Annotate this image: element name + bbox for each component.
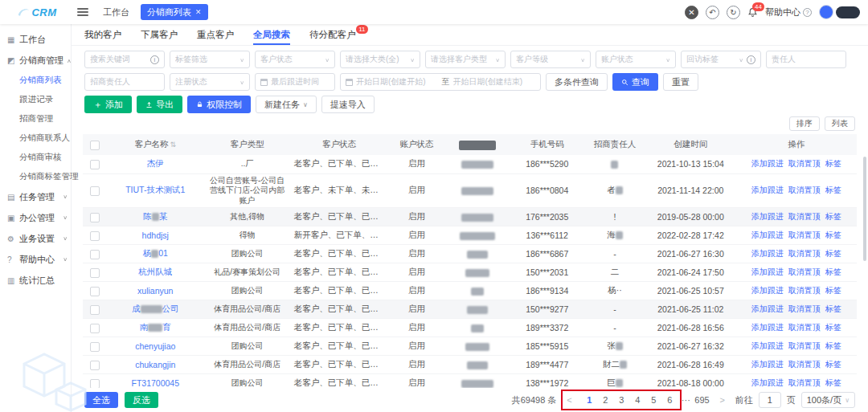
sidebar-subitem-分销商列表[interactable]: 分销商列表 <box>0 71 71 90</box>
filter-select-客户等级[interactable]: 客户等级∨ <box>510 51 591 68</box>
sidebar-item-帮助中心[interactable]: ?帮助中心∨ <box>0 249 71 270</box>
row-op-标签[interactable]: 标签 <box>825 230 841 239</box>
close-all-icon[interactable]: ✕ <box>685 6 698 19</box>
customer-name-link[interactable]: hdhdjsj <box>142 230 169 240</box>
row-op-取消置顶[interactable]: 取消置顶 <box>788 249 821 258</box>
row-op-标签[interactable]: 标签 <box>825 267 841 276</box>
sidebar-subitem-跟进记录[interactable]: 跟进记录 <box>0 90 71 109</box>
customer-name-link[interactable]: 杰伊 <box>147 158 164 168</box>
row-op-标签[interactable]: 标签 <box>825 286 841 295</box>
customer-name-link[interactable]: 陈某 <box>143 211 167 221</box>
filter-select-请选择客户类型[interactable]: 请选择客户类型∨ <box>425 51 506 68</box>
row-checkbox[interactable] <box>90 361 100 370</box>
tab-全局搜索[interactable]: 全局搜索 <box>253 24 290 45</box>
page-number-4[interactable]: 4 <box>630 395 645 405</box>
permission-control-button[interactable]: 权限控制 <box>187 96 251 113</box>
filter-input-招商责任人[interactable]: 招商责任人 <box>84 73 165 91</box>
page-size-select[interactable]: 100条/页 ∨ <box>801 392 855 408</box>
table-row[interactable]: 杭州队城 礼品/赛事策划公司 老客户、已下单、已复购 启用 150***2031… <box>83 263 857 282</box>
row-checkbox[interactable] <box>90 213 100 222</box>
row-op-取消置顶[interactable]: 取消置顶 <box>788 323 821 332</box>
row-op-标签[interactable]: 标签 <box>825 212 841 221</box>
row-checkbox[interactable] <box>90 379 100 388</box>
nav-tab-distributor-list[interactable]: 分销商列表 ✕ <box>141 4 208 20</box>
table-row[interactable]: chukangjin 体育用品公司/商店 老客户、已下单、已复购 启用 189*… <box>83 356 857 374</box>
help-center-link[interactable]: 帮助中心 ? <box>765 6 812 18</box>
row-op-标签[interactable]: 标签 <box>825 249 841 258</box>
table-row[interactable]: FT31700045 团购公司 老客户、已下单、已复购 启用 138***197… <box>83 374 857 389</box>
page-number-2[interactable]: 2 <box>598 395 612 405</box>
filter-select-账户状态[interactable]: 账户状态∨ <box>596 51 676 68</box>
row-op-添加跟进[interactable]: 添加跟进 <box>751 249 784 258</box>
sort-icon[interactable]: ⇅ <box>170 141 176 149</box>
row-op-标签[interactable]: 标签 <box>825 323 841 332</box>
row-op-取消置顶[interactable]: 取消置顶 <box>788 212 821 221</box>
row-op-添加跟进[interactable]: 添加跟进 <box>751 159 784 168</box>
sidebar-item-任务管理[interactable]: ▤任务管理∨ <box>0 186 71 207</box>
filter-select-回访标签[interactable]: 回访标签∨i <box>681 51 761 68</box>
table-row[interactable]: 南育 体育用品公司/商店 老客户、已下单、已复购 启用 189***3372 -… <box>83 319 857 337</box>
page-number-3[interactable]: 3 <box>614 395 628 405</box>
table-row[interactable]: 成公司 体育用品公司/商店 老客户、已下单、已复购 启用 150***9277 … <box>83 300 857 319</box>
row-op-取消置顶[interactable]: 取消置顶 <box>788 304 821 313</box>
sort-toggle-button[interactable]: 排序 <box>789 116 820 131</box>
row-op-取消置顶[interactable]: 取消置顶 <box>788 378 821 387</box>
sidebar-subitem-分销商审核[interactable]: 分销商审核 <box>0 148 71 167</box>
sidebar-subitem-分销商标签管理[interactable]: 分销商标签管理 <box>0 167 71 186</box>
row-checkbox[interactable] <box>90 305 100 315</box>
row-op-添加跟进[interactable]: 添加跟进 <box>751 230 784 239</box>
row-op-标签[interactable]: 标签 <box>825 378 841 387</box>
row-op-取消置顶[interactable]: 取消置顶 <box>788 186 821 194</box>
row-op-添加跟进[interactable]: 添加跟进 <box>751 304 784 313</box>
tab-重点客户[interactable]: 重点客户 <box>197 24 234 45</box>
refresh-icon[interactable]: ↻ <box>727 6 740 19</box>
customer-name-link[interactable]: 成公司 <box>132 304 179 313</box>
table-row[interactable]: chenyujiao 团购公司 老客户、已下单、已复购 启用 185***591… <box>83 337 857 356</box>
row-op-添加跟进[interactable]: 添加跟进 <box>751 323 784 332</box>
customer-name-link[interactable]: chukangjin <box>135 360 175 369</box>
customer-name-link[interactable]: chenyujiao <box>135 341 175 351</box>
import-button[interactable]: 提速导入 <box>321 96 375 113</box>
row-op-取消置顶[interactable]: 取消置顶 <box>788 360 821 369</box>
sidebar-item-统计汇总[interactable]: ▥统计汇总 <box>0 270 71 291</box>
filter-select-客户状态[interactable]: 客户状态∨ <box>255 51 335 68</box>
table-scrollbar[interactable] <box>863 157 866 261</box>
row-op-标签[interactable]: 标签 <box>825 159 841 168</box>
filter-select-请选择大类(全)[interactable]: 请选择大类(全)∨ <box>340 51 420 68</box>
filter-date-最后跟进时间[interactable]: 最后跟进时间 <box>255 73 335 91</box>
row-op-标签[interactable]: 标签 <box>825 186 841 194</box>
row-checkbox[interactable] <box>90 342 100 352</box>
next-page-button[interactable]: > <box>715 395 730 405</box>
row-op-标签[interactable]: 标签 <box>825 304 841 313</box>
row-op-取消置顶[interactable]: 取消置顶 <box>788 230 821 239</box>
sidebar-item-业务设置[interactable]: ⚙业务设置∨ <box>0 228 71 249</box>
reset-button[interactable]: 重置 <box>663 73 698 91</box>
row-op-标签[interactable]: 标签 <box>825 360 841 369</box>
page-number-1[interactable]: 1 <box>582 395 596 405</box>
table-row[interactable]: hdhdjsj 得物 新开客户、已下单、已复购 启用 136***6112 海 … <box>83 226 857 245</box>
row-checkbox[interactable] <box>90 250 100 259</box>
list-toggle-button[interactable]: 列表 <box>825 116 855 131</box>
row-op-添加跟进[interactable]: 添加跟进 <box>751 286 784 295</box>
back-icon[interactable]: ↶ <box>706 6 719 19</box>
notifications-button[interactable]: 44 <box>747 7 758 18</box>
row-op-取消置顶[interactable]: 取消置顶 <box>788 286 821 295</box>
customer-name-link[interactable]: TIUT-技术测试1 <box>125 185 185 194</box>
row-op-添加跟进[interactable]: 添加跟进 <box>751 186 784 194</box>
add-button[interactable]: ＋ 添加 <box>84 96 132 113</box>
tab-待分配客户[interactable]: 待分配客户11 <box>309 24 356 45</box>
select-all-checkbox[interactable] <box>90 141 100 150</box>
sidebar-subitem-分销商联系人[interactable]: 分销商联系人 <box>0 128 71 148</box>
prev-page-button[interactable]: < <box>562 395 576 405</box>
page-number-695[interactable]: 695 <box>694 395 709 405</box>
row-op-标签[interactable]: 标签 <box>825 341 841 350</box>
user-menu[interactable] <box>836 6 860 18</box>
sidebar-subitem-招商管理[interactable]: 招商管理 <box>0 109 71 128</box>
invert-selection-button[interactable]: 反选 <box>125 392 158 408</box>
select-all-button[interactable]: 全选 <box>84 392 118 408</box>
ellipsis-pages[interactable]: ··· <box>678 395 693 405</box>
tab-下属客户[interactable]: 下属客户 <box>141 24 178 45</box>
export-button[interactable]: 导出 <box>137 96 182 113</box>
filter-input-搜索关键词[interactable]: 搜索关键词i <box>84 51 165 68</box>
row-checkbox[interactable] <box>90 231 100 241</box>
